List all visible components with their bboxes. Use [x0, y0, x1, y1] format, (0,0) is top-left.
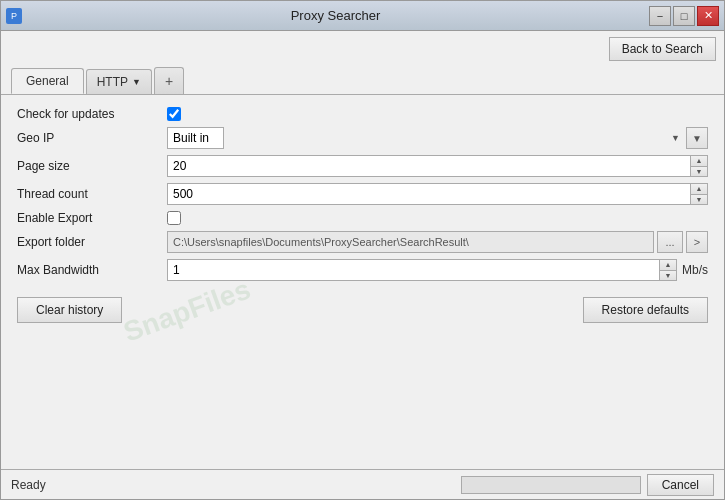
title-controls: − □ ✕: [649, 6, 719, 26]
browse-button[interactable]: ...: [657, 231, 683, 253]
status-text: Ready: [11, 478, 46, 492]
tab-general[interactable]: General: [11, 68, 84, 94]
enable-export-label: Enable Export: [17, 211, 157, 225]
status-bar: Ready Cancel: [1, 469, 724, 499]
bandwidth-spinner: ▲ ▼: [659, 259, 677, 281]
back-to-search-button[interactable]: Back to Search: [609, 37, 716, 61]
minimize-button[interactable]: −: [649, 6, 671, 26]
enable-export-row: [167, 211, 708, 225]
cancel-button[interactable]: Cancel: [647, 474, 714, 496]
tabs-row: General HTTP ▼ +: [1, 67, 724, 95]
thread-count-spinner: ▲ ▼: [690, 183, 708, 205]
page-size-up-button[interactable]: ▲: [691, 156, 707, 167]
bandwidth-down-button[interactable]: ▼: [660, 271, 676, 281]
main-window: P Proxy Searcher − □ ✕ Back to Search Ge…: [0, 0, 725, 500]
page-size-input[interactable]: [167, 155, 690, 177]
export-arrow-button[interactable]: >: [686, 231, 708, 253]
close-button[interactable]: ✕: [697, 6, 719, 26]
export-folder-row: ... >: [167, 231, 708, 253]
export-folder-label: Export folder: [17, 235, 157, 249]
bandwidth-spinner-group: ▲ ▼: [167, 259, 677, 281]
mb-s-label: Mb/s: [682, 263, 708, 277]
restore-defaults-button[interactable]: Restore defaults: [583, 297, 708, 323]
settings-form: Check for updates Geo IP Built in Extern…: [17, 107, 708, 281]
window-title: Proxy Searcher: [22, 8, 649, 23]
thread-count-input[interactable]: [167, 183, 690, 205]
thread-count-down-button[interactable]: ▼: [691, 195, 707, 205]
page-size-row: ▲ ▼: [167, 155, 708, 177]
max-bandwidth-label: Max Bandwidth: [17, 263, 157, 277]
page-size-label: Page size: [17, 159, 157, 173]
export-folder-input[interactable]: [167, 231, 654, 253]
toolbar: Back to Search: [1, 31, 724, 67]
clear-history-button[interactable]: Clear history: [17, 297, 122, 323]
geo-ip-arrow-icon: ▼: [671, 133, 680, 143]
thread-count-up-button[interactable]: ▲: [691, 184, 707, 195]
geo-ip-select[interactable]: Built in External None: [167, 127, 224, 149]
page-size-spinner: ▲ ▼: [690, 155, 708, 177]
thread-count-row: ▲ ▼: [167, 183, 708, 205]
max-bandwidth-input[interactable]: [167, 259, 659, 281]
page-size-down-button[interactable]: ▼: [691, 167, 707, 177]
check-for-updates-row: [167, 107, 708, 121]
geo-ip-dropdown-button[interactable]: ▼: [686, 127, 708, 149]
bandwidth-up-button[interactable]: ▲: [660, 260, 676, 271]
check-for-updates-checkbox[interactable]: [167, 107, 181, 121]
app-icon: P: [6, 8, 22, 24]
check-for-updates-label: Check for updates: [17, 107, 157, 121]
enable-export-checkbox[interactable]: [167, 211, 181, 225]
status-right: Cancel: [461, 474, 714, 496]
title-bar: P Proxy Searcher − □ ✕: [1, 1, 724, 31]
tab-add[interactable]: +: [154, 67, 184, 94]
content-area: SnapFiles Check for updates Geo IP Built…: [1, 95, 724, 469]
geo-ip-label: Geo IP: [17, 131, 157, 145]
bottom-buttons: Clear history Restore defaults: [17, 297, 708, 323]
maximize-button[interactable]: □: [673, 6, 695, 26]
progress-bar: [461, 476, 641, 494]
geo-ip-select-wrapper: Built in External None ▼: [167, 127, 684, 149]
max-bandwidth-row: ▲ ▼ Mb/s: [167, 259, 708, 281]
geo-ip-row: Built in External None ▼ ▼: [167, 127, 708, 149]
thread-count-label: Thread count: [17, 187, 157, 201]
tab-http[interactable]: HTTP ▼: [86, 69, 152, 94]
chevron-down-icon: ▼: [132, 77, 141, 87]
